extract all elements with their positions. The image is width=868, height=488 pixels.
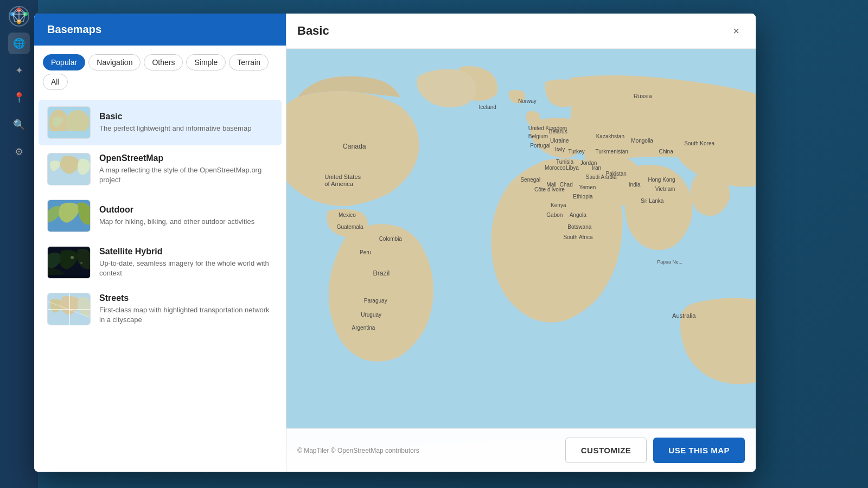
svg-text:Saudi Arabia: Saudi Arabia: [586, 174, 617, 180]
svg-rect-19: [48, 227, 91, 232]
map-desc-satellite: Up-to-date, seamless imagery for the who…: [99, 259, 273, 278]
svg-text:Peru: Peru: [360, 249, 371, 255]
svg-text:Kenya: Kenya: [551, 202, 566, 208]
svg-text:China: China: [659, 149, 674, 155]
svg-text:Russia: Russia: [634, 93, 653, 99]
map-name-satellite: Satellite Hybrid: [99, 247, 273, 256]
svg-text:Italy: Italy: [555, 146, 565, 152]
filter-tab-navigation[interactable]: Navigation: [88, 54, 141, 70]
map-name-outdoor: Outdoor: [99, 205, 273, 215]
svg-text:Sri Lanka: Sri Lanka: [641, 198, 664, 204]
svg-point-23: [80, 262, 82, 264]
svg-text:Gabon: Gabon: [546, 212, 563, 218]
svg-text:Canada: Canada: [343, 143, 366, 150]
svg-text:Angola: Angola: [570, 212, 587, 218]
attribution-text: © MapTiler © OpenStreetMap contributors: [297, 447, 419, 454]
map-item-streets[interactable]: Streets First-class map with highlighted…: [39, 286, 282, 332]
close-button[interactable]: ×: [727, 22, 745, 40]
left-panel: Basemaps Popular Navigation Others Simpl…: [34, 14, 286, 472]
map-item-outdoor[interactable]: Outdoor Map for hiking, biking, and othe…: [39, 193, 282, 239]
map-thumb-satellite: [47, 246, 91, 279]
action-buttons: CUSTOMIZE USE THIS MAP: [565, 438, 745, 463]
svg-text:Norway: Norway: [518, 98, 537, 104]
svg-text:Senegal: Senegal: [520, 177, 540, 183]
filter-tab-simple[interactable]: Simple: [186, 54, 226, 70]
map-info-osm: OpenStreetMap A map reflecting the style…: [99, 153, 273, 185]
svg-text:Vietnam: Vietnam: [655, 186, 675, 192]
sidebar-icon-pin[interactable]: 📍: [8, 87, 30, 108]
filter-tab-others[interactable]: Others: [144, 54, 183, 70]
svg-text:South Korea: South Korea: [684, 140, 714, 146]
svg-text:South Africa: South Africa: [564, 234, 593, 240]
svg-text:Argentina: Argentina: [352, 325, 375, 331]
svg-text:Kazakhstan: Kazakhstan: [596, 133, 624, 139]
sidebar-icon-settings[interactable]: ⚙: [8, 141, 30, 163]
svg-text:Portugal: Portugal: [530, 143, 550, 149]
map-desc-basic: The perfect lightweight and informative …: [99, 124, 273, 133]
svg-rect-17: [48, 179, 91, 185]
sidebar: 🌐 ✦ 📍 🔍 ⚙: [0, 0, 38, 488]
basemaps-modal: Basemaps Popular Navigation Others Simpl…: [34, 14, 756, 472]
svg-text:United States: United States: [324, 174, 361, 180]
svg-text:Mexico: Mexico: [339, 212, 356, 218]
svg-text:Turkmenistan: Turkmenistan: [596, 149, 628, 155]
svg-text:Libya: Libya: [566, 165, 579, 171]
map-footer: © MapTiler © OpenStreetMap contributors …: [286, 428, 756, 472]
svg-text:Mongolia: Mongolia: [631, 138, 653, 144]
use-map-button[interactable]: USE THIS MAP: [653, 438, 745, 463]
filter-tabs: Popular Navigation Others Simple Terrain…: [34, 46, 286, 94]
svg-text:Belgium: Belgium: [528, 133, 548, 139]
preview-header: Basic ×: [286, 14, 756, 49]
filter-tab-all[interactable]: All: [43, 74, 68, 90]
customize-button[interactable]: CUSTOMIZE: [565, 438, 647, 463]
svg-text:Papua Ne...: Papua Ne...: [657, 259, 682, 265]
right-panel: Basic ×: [286, 14, 756, 472]
app-logo: [8, 5, 30, 27]
sidebar-icon-compass[interactable]: ✦: [8, 60, 30, 81]
map-name-streets: Streets: [99, 293, 273, 303]
map-thumb-outdoor: [47, 200, 91, 232]
svg-text:of America: of America: [324, 181, 353, 187]
map-info-streets: Streets First-class map with highlighted…: [99, 293, 273, 325]
sidebar-icon-globe[interactable]: 🌐: [8, 33, 30, 54]
panel-header: Basemaps: [34, 14, 286, 46]
svg-text:Mali: Mali: [546, 182, 556, 188]
svg-text:Chad: Chad: [560, 182, 573, 188]
svg-point-14: [66, 110, 90, 134]
svg-text:Colombia: Colombia: [379, 236, 403, 242]
svg-text:Iceland: Iceland: [479, 104, 496, 110]
map-item-osm[interactable]: OpenStreetMap A map reflecting the style…: [39, 146, 282, 192]
svg-point-22: [71, 256, 74, 259]
svg-rect-15: [48, 131, 91, 139]
panel-title: Basemaps: [47, 23, 101, 35]
svg-text:Brazil: Brazil: [373, 269, 390, 277]
svg-text:Turkey: Turkey: [568, 149, 584, 155]
svg-text:Morocco: Morocco: [545, 165, 566, 171]
filter-tab-terrain[interactable]: Terrain: [229, 54, 269, 70]
svg-text:Yemen: Yemen: [579, 184, 596, 190]
map-info-satellite: Satellite Hybrid Up-to-date, seamless im…: [99, 247, 273, 278]
map-name-osm: OpenStreetMap: [99, 153, 273, 163]
sidebar-icon-search[interactable]: 🔍: [8, 114, 30, 136]
map-thumb-basic: [47, 106, 91, 139]
map-preview: Canada United States of America Brazil P…: [286, 49, 756, 472]
svg-text:Iran: Iran: [592, 165, 601, 171]
svg-rect-21: [48, 275, 91, 279]
map-name-basic: Basic: [99, 112, 273, 121]
svg-text:Australia: Australia: [672, 312, 696, 319]
map-desc-outdoor: Map for hiking, biking, and other outdoo…: [99, 217, 273, 227]
filter-tab-popular[interactable]: Popular: [43, 54, 85, 70]
map-info-basic: Basic The perfect lightweight and inform…: [99, 112, 273, 133]
svg-text:Uruguay: Uruguay: [361, 312, 381, 318]
preview-title: Basic: [297, 24, 329, 38]
svg-text:Paraguay: Paraguay: [364, 298, 387, 304]
map-desc-osm: A map reflecting the style of the OpenSt…: [99, 165, 273, 185]
world-map-svg: Canada United States of America Brazil P…: [286, 49, 756, 472]
svg-text:Hong Kong: Hong Kong: [648, 177, 675, 183]
svg-text:India: India: [629, 182, 641, 188]
svg-text:Belarus: Belarus: [549, 129, 567, 134]
map-info-outdoor: Outdoor Map for hiking, biking, and othe…: [99, 205, 273, 227]
map-item-satellite[interactable]: Satellite Hybrid Up-to-date, seamless im…: [39, 240, 282, 285]
svg-text:Guatemala: Guatemala: [337, 224, 363, 230]
map-item-basic[interactable]: Basic The perfect lightweight and inform…: [39, 100, 282, 145]
